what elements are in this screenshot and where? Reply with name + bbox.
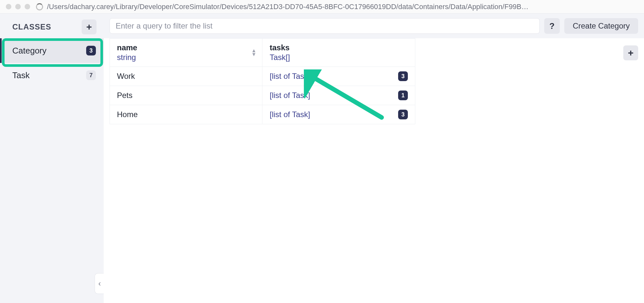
sort-icon[interactable]: ▲▼ <box>251 49 257 56</box>
column-tasks-label: tasks <box>270 43 408 52</box>
help-icon: ? <box>549 21 555 31</box>
cell-name[interactable]: Home <box>110 105 262 124</box>
help-button[interactable]: ? <box>544 18 560 34</box>
tasks-link[interactable]: [list of Task] <box>270 72 310 81</box>
column-name-type: string <box>117 53 255 62</box>
cell-tasks[interactable]: [list of Task] 3 <box>262 105 415 124</box>
count-badge: 3 <box>398 110 408 119</box>
sidebar-item-label: Category <box>12 46 47 56</box>
sidebar-item-label: Task <box>12 70 29 80</box>
chevron-left-icon: ‹ <box>98 279 101 288</box>
window-path: /Users/dachary.carey/Library/Developer/C… <box>47 3 529 11</box>
traffic-light-zoom[interactable] <box>25 4 30 9</box>
plus-icon: + <box>628 47 634 58</box>
sidebar-header: CLASSES + <box>0 14 104 38</box>
cell-name[interactable]: Work <box>110 67 262 86</box>
traffic-lights <box>6 4 30 9</box>
column-name-label: name <box>117 43 255 52</box>
tasks-link[interactable]: [list of Task] <box>270 110 310 119</box>
add-class-button[interactable]: + <box>82 19 97 34</box>
sidebar: CLASSES + Category 3 Task 7 ‹ <box>0 14 104 303</box>
traffic-light-minimize[interactable] <box>15 4 21 9</box>
sidebar-list: Category 3 Task 7 <box>0 38 104 88</box>
cell-name[interactable]: Pets <box>110 86 262 105</box>
table-row[interactable]: Pets [list of Task] 1 <box>110 86 415 105</box>
traffic-light-close[interactable] <box>6 4 11 9</box>
cell-tasks[interactable]: [list of Task] 1 <box>262 86 415 105</box>
count-badge: 7 <box>86 70 96 80</box>
count-badge: 3 <box>398 71 408 81</box>
main-panel: ? Create Category + name string ▲▼ <box>104 14 644 303</box>
column-tasks-type: Task[] <box>270 53 408 62</box>
table-area: + name string ▲▼ tasks Task[] <box>104 38 644 124</box>
table-row[interactable]: Work [list of Task] 3 <box>110 67 415 86</box>
count-badge: 3 <box>86 46 96 55</box>
sidebar-title: CLASSES <box>12 22 51 31</box>
window-titlebar: /Users/dachary.carey/Library/Developer/C… <box>0 0 644 14</box>
query-input[interactable] <box>109 18 540 34</box>
plus-icon: + <box>86 21 92 32</box>
table-row[interactable]: Home [list of Task] 3 <box>110 105 415 124</box>
create-category-button[interactable]: Create Category <box>564 18 638 34</box>
column-header-tasks[interactable]: tasks Task[] <box>262 39 415 67</box>
column-header-name[interactable]: name string ▲▼ <box>110 39 262 67</box>
tasks-link[interactable]: [list of Task] <box>270 91 310 100</box>
data-table: name string ▲▼ tasks Task[] Work <box>109 38 415 124</box>
count-badge: 1 <box>398 91 408 100</box>
add-column-button[interactable]: + <box>623 45 638 60</box>
toolbar: ? Create Category <box>104 14 644 38</box>
cell-tasks[interactable]: [list of Task] 3 <box>262 67 415 86</box>
sidebar-item-task[interactable]: Task 7 <box>0 63 104 88</box>
loading-icon <box>36 3 43 10</box>
sidebar-item-category[interactable]: Category 3 <box>0 38 104 63</box>
collapse-sidebar-button[interactable]: ‹ <box>95 273 104 294</box>
create-button-label: Create Category <box>573 21 630 30</box>
table-header-row: name string ▲▼ tasks Task[] <box>110 39 415 67</box>
